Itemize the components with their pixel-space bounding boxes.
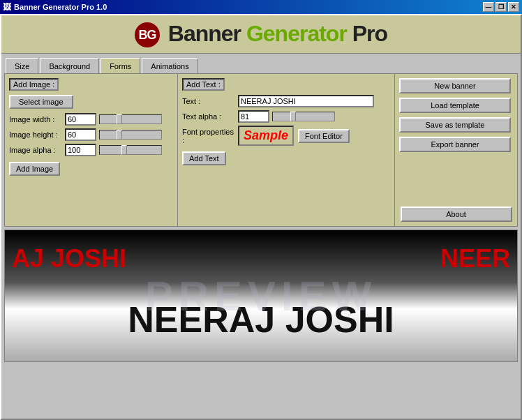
new-banner-button[interactable]: New banner: [399, 78, 511, 93]
text-alpha-row: Text alpha :: [182, 110, 390, 123]
image-width-label: Image width :: [9, 115, 65, 123]
image-width-row: Image width :: [9, 113, 173, 126]
image-alpha-row: Image alpha :: [9, 144, 173, 156]
select-image-button[interactable]: Select image: [9, 95, 73, 109]
banner-text-center: NEERAJ JOSHI: [128, 299, 394, 340]
image-alpha-input[interactable]: [65, 144, 96, 156]
title-text: Banner Generator Pro 1.0: [14, 3, 483, 11]
font-sample: Sample: [238, 126, 294, 146]
banner-preview: AJ JOSHI NEER NEERAJ JOSHI PREVIEW: [5, 230, 517, 361]
image-height-row: Image height :: [9, 128, 173, 141]
app-icon: 🖼: [3, 2, 11, 12]
window-controls: — ❐ ✕: [483, 2, 519, 12]
font-editor-button[interactable]: Font Editor: [298, 129, 350, 143]
main-window: BG Banner Generator Pro Size Background …: [0, 14, 522, 420]
add-image-button[interactable]: Add Image: [9, 162, 60, 176]
about-button[interactable]: About: [401, 207, 512, 222]
text-alpha-label: Text alpha :: [182, 112, 238, 121]
minimize-button[interactable]: —: [483, 2, 494, 12]
image-alpha-slider[interactable]: [99, 145, 162, 155]
tab-bar: Size Background Forms Animations: [1, 54, 521, 73]
tab-animations[interactable]: Animations: [142, 58, 197, 73]
middle-panel: Add Text : Text : Text alpha : Font prop…: [178, 74, 395, 226]
text-alpha-input[interactable]: [238, 110, 269, 123]
image-width-slider[interactable]: [99, 114, 162, 124]
export-banner-button[interactable]: Export banner: [399, 137, 511, 152]
load-template-button[interactable]: Load template: [399, 98, 511, 113]
right-panel: New banner Load template Save as templat…: [395, 74, 517, 226]
tab-forms[interactable]: Forms: [100, 58, 140, 73]
font-properties-label: Font properties :: [182, 128, 238, 144]
banner-text-left: AJ JOSHI: [12, 244, 126, 273]
text-label: Text :: [182, 97, 238, 105]
text-input[interactable]: [238, 95, 374, 107]
text-row: Text :: [182, 95, 390, 107]
close-button[interactable]: ✕: [508, 2, 519, 12]
image-alpha-label: Image alpha :: [9, 146, 65, 154]
logo: BG Banner Generator Pro: [135, 21, 387, 48]
font-properties-row: Font properties : Sample Font Editor: [182, 126, 390, 146]
image-height-slider[interactable]: [99, 130, 162, 140]
about-section: About: [399, 207, 513, 222]
banner-text-right: NEER: [440, 244, 510, 273]
content-area: Add Image : Select image Image width : I…: [4, 73, 518, 227]
svg-text:BG: BG: [138, 28, 156, 42]
logo-banner: Banner: [168, 21, 241, 46]
logo-generator: Generator: [246, 21, 347, 46]
tab-size[interactable]: Size: [6, 58, 38, 73]
tab-background[interactable]: Background: [40, 58, 99, 73]
image-height-input[interactable]: [65, 128, 96, 141]
add-text-header: Add Text :: [182, 78, 225, 91]
add-image-header: Add Image :: [9, 78, 59, 91]
image-height-label: Image height :: [9, 130, 65, 139]
titlebar: 🖼 Banner Generator Pro 1.0 — ❐ ✕: [0, 0, 522, 14]
text-alpha-slider[interactable]: [272, 112, 335, 121]
app-header: BG Banner Generator Pro: [1, 15, 521, 54]
logo-icon: BG: [135, 22, 160, 47]
save-template-button[interactable]: Save as template: [399, 117, 511, 133]
preview-area: AJ JOSHI NEER NEERAJ JOSHI PREVIEW: [4, 230, 518, 362]
restore-button[interactable]: ❐: [495, 2, 507, 12]
image-width-input[interactable]: [65, 113, 96, 126]
left-panel: Add Image : Select image Image width : I…: [5, 74, 178, 226]
logo-pro: Pro: [352, 21, 387, 46]
add-text-button[interactable]: Add Text: [182, 151, 226, 165]
